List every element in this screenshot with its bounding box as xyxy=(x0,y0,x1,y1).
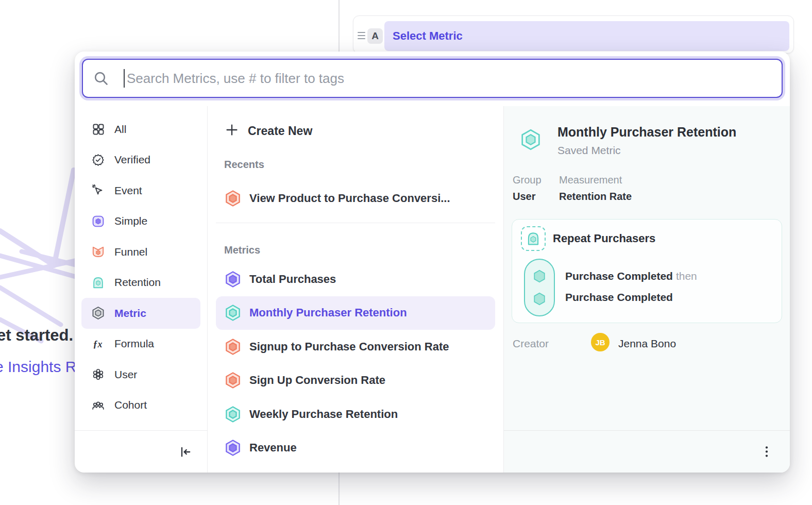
modal-content: All Verified xyxy=(75,106,790,473)
svg-text:ƒx: ƒx xyxy=(93,339,102,349)
definition-step-2: Purchase Completed xyxy=(565,291,676,304)
plus-icon xyxy=(224,122,240,140)
sidebar-item-funnel[interactable]: Funnel xyxy=(81,237,200,267)
cohort-people-icon xyxy=(91,398,105,412)
metric-definition-card: Repeat Purchasers Purchase Completedthen xyxy=(512,219,782,323)
cursor-click-icon xyxy=(91,183,105,197)
sidebar-item-verified[interactable]: Verified xyxy=(81,145,200,176)
detail-subtitle: Saved Metric xyxy=(557,144,621,157)
section-divider xyxy=(216,223,495,223)
metric-hexagon-icon xyxy=(224,406,242,423)
saved-metric-hexagon-icon xyxy=(519,128,542,153)
sidebar-item-event[interactable]: Event xyxy=(81,175,200,206)
metrics-section-header: Metrics xyxy=(216,240,495,260)
formula-fx-icon: ƒx xyxy=(91,337,105,351)
metric-item-sign-up-conversion-rate[interactable]: Sign Up Conversion Rate xyxy=(216,364,495,398)
sidebar-footer xyxy=(75,430,207,473)
metric-list: Total Purchases Monthly Purchaser Retent… xyxy=(208,262,503,465)
sidebar-item-retention[interactable]: Retention xyxy=(81,267,200,298)
select-metric-label: Select Metric xyxy=(393,29,463,43)
overflow-menu-icon[interactable] xyxy=(760,445,773,459)
retention-steps-capsule xyxy=(524,259,555,316)
creator-label: Creator xyxy=(513,338,549,350)
metric-item-monthly-purchaser-retention[interactable]: Monthly Purchaser Retention xyxy=(216,296,495,330)
grid-icon xyxy=(91,122,105,136)
sidebar-item-all[interactable]: All xyxy=(81,114,200,145)
metric-list-column: Create New Recents View Product to Purch… xyxy=(208,106,504,473)
metric-hexagon-icon xyxy=(224,439,242,457)
select-metric-pill[interactable]: Select Metric xyxy=(384,21,789,51)
background-headline-fragment: et started. xyxy=(0,326,73,345)
step-hexagon-icon xyxy=(532,268,547,284)
sidebar-item-user[interactable]: User xyxy=(81,359,200,390)
metric-hexagon-icon xyxy=(224,271,242,288)
metric-hexagon-icon xyxy=(224,338,242,356)
create-new-button[interactable]: Create New xyxy=(216,114,495,147)
filter-sidebar: All Verified xyxy=(75,106,208,473)
metric-hexagon-icon xyxy=(91,306,105,320)
sidebar-item-simple[interactable]: Simple xyxy=(81,206,200,237)
step-hexagon-icon xyxy=(532,291,547,307)
metric-item-signup-to-purchase-conversion-rate[interactable]: Signup to Purchase Conversion Rate xyxy=(216,330,495,364)
measurement-label: Measurement xyxy=(559,174,622,186)
detail-footer xyxy=(504,430,790,473)
verified-badge-icon xyxy=(91,153,105,167)
metric-item-revenue[interactable]: Revenue xyxy=(216,431,495,465)
user-cluster-icon xyxy=(91,367,105,381)
definition-step-1: Purchase Completedthen xyxy=(565,270,697,282)
metric-item-total-purchases[interactable]: Total Purchases xyxy=(216,262,495,296)
definition-name: Repeat Purchasers xyxy=(553,232,655,245)
search-input[interactable] xyxy=(125,60,782,97)
metric-picker-modal: All Verified xyxy=(75,52,790,473)
retention-arch-icon xyxy=(91,276,105,290)
drag-handle-icon[interactable] xyxy=(358,32,366,39)
app-background: et started. e Insights Re A Select Metri… xyxy=(0,0,812,505)
sidebar-item-formula[interactable]: ƒx Formula xyxy=(81,329,200,360)
retention-definition-icon xyxy=(521,226,546,251)
funnel-icon xyxy=(91,245,105,259)
search-bar[interactable] xyxy=(82,59,783,98)
group-label: Group xyxy=(513,174,542,186)
detail-title: Monthly Purchaser Retention xyxy=(557,125,736,140)
metric-detail-panel: Monthly Purchaser Retention Saved Metric… xyxy=(504,106,790,473)
measurement-value: Retention Rate xyxy=(559,191,632,203)
creator-name: Jenna Bono xyxy=(618,338,676,350)
creator-avatar: JB xyxy=(591,333,610,351)
sidebar-item-metric[interactable]: Metric xyxy=(81,298,200,329)
metric-block-badge: A xyxy=(367,28,383,44)
metric-hexagon-icon xyxy=(224,304,242,322)
simple-metric-icon xyxy=(91,214,105,228)
recents-section-header: Recents xyxy=(216,154,495,175)
metric-item-weekly-purchase-retention[interactable]: Weekly Purchase Retention xyxy=(216,397,495,431)
background-insights-link[interactable]: e Insights Re xyxy=(0,358,85,376)
sidebar-item-cohort[interactable]: Cohort xyxy=(81,390,200,421)
metric-hexagon-icon xyxy=(224,372,242,389)
collapse-sidebar-icon[interactable] xyxy=(178,445,193,459)
recent-item-view-product-to-purchase[interactable]: View Product to Purchase Conversi... xyxy=(216,182,495,215)
group-value: User xyxy=(513,191,535,203)
search-icon xyxy=(93,70,109,87)
funnel-metric-hexagon-icon xyxy=(224,190,242,207)
metric-block-card: A Select Metric xyxy=(353,15,794,54)
